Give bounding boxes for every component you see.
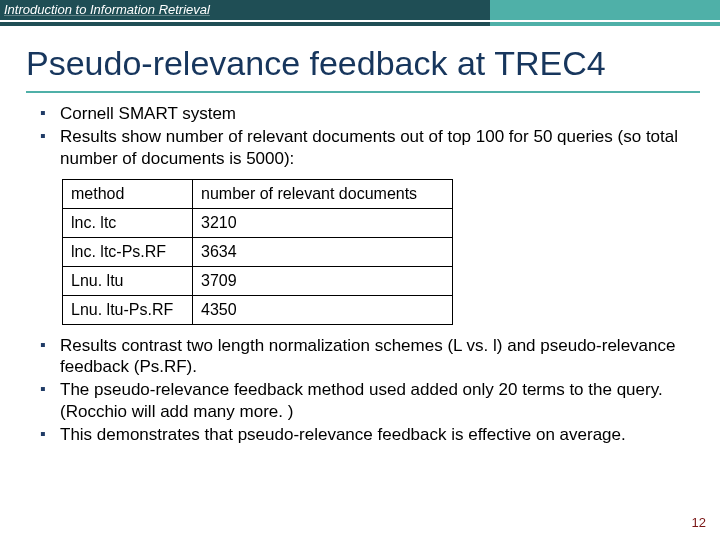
bullet-item: This demonstrates that pseudo-relevance … xyxy=(40,424,692,445)
table-row: Lnu. ltu 3709 xyxy=(63,266,453,295)
table-row: lnc. ltc-Ps.RF 3634 xyxy=(63,237,453,266)
bullet-item: Results contrast two length normalizatio… xyxy=(40,335,692,378)
bullet-item: Cornell SMART system xyxy=(40,103,692,124)
header-bar: Introduction to Information Retrieval xyxy=(0,0,720,26)
table-header: method xyxy=(63,179,193,208)
page-number: 12 xyxy=(692,515,706,530)
table-cell: 4350 xyxy=(193,295,453,324)
table-cell: 3634 xyxy=(193,237,453,266)
content-area: Cornell SMART system Results show number… xyxy=(0,93,720,445)
course-title: Introduction to Information Retrieval xyxy=(0,0,490,20)
bullet-item: The pseudo-relevance feedback method use… xyxy=(40,379,692,422)
bullet-item: Results show number of relevant document… xyxy=(40,126,692,169)
header-underline-dark xyxy=(0,22,490,26)
table-cell: lnc. ltc xyxy=(63,208,193,237)
table-header-row: method number of relevant documents xyxy=(63,179,453,208)
page-title: Pseudo-relevance feedback at TREC4 xyxy=(0,26,720,89)
bullets-top: Cornell SMART system Results show number… xyxy=(40,103,692,169)
table-cell: Lnu. ltu xyxy=(63,266,193,295)
table-cell: 3210 xyxy=(193,208,453,237)
header-underline-light xyxy=(490,22,720,26)
table-row: Lnu. ltu-Ps.RF 4350 xyxy=(63,295,453,324)
bullets-bottom: Results contrast two length normalizatio… xyxy=(40,335,692,445)
header-accent xyxy=(490,0,720,20)
slide: Introduction to Information Retrieval Ps… xyxy=(0,0,720,540)
table-header: number of relevant documents xyxy=(193,179,453,208)
table-cell: 3709 xyxy=(193,266,453,295)
table-row: lnc. ltc 3210 xyxy=(63,208,453,237)
results-table: method number of relevant documents lnc.… xyxy=(62,179,453,325)
table-cell: lnc. ltc-Ps.RF xyxy=(63,237,193,266)
table-cell: Lnu. ltu-Ps.RF xyxy=(63,295,193,324)
